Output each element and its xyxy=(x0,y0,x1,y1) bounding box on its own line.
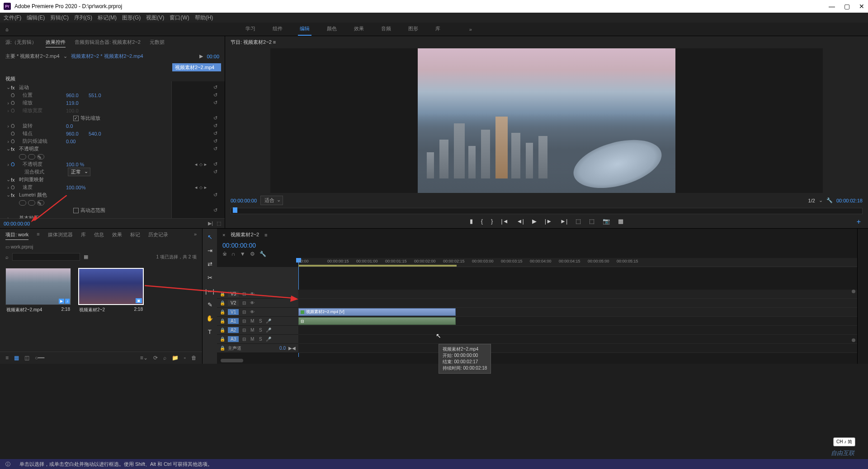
slip-tool-icon[interactable]: |↔| xyxy=(205,286,214,295)
sync-lock-icon[interactable]: ⊟ xyxy=(241,319,247,324)
workspace-learn[interactable]: 学习 xyxy=(244,23,257,36)
disclosure-icon[interactable]: ⌄ xyxy=(5,192,11,198)
reset-icon[interactable]: ↺ xyxy=(213,100,217,106)
audio-clip[interactable]: ⊟ xyxy=(298,317,456,325)
sync-lock-icon[interactable]: ⊟ xyxy=(241,300,247,305)
workspace-libraries[interactable]: 库 xyxy=(434,23,442,36)
linked-selection-icon[interactable]: ∩ xyxy=(231,251,236,257)
sequence-name[interactable]: 视频素材2~2 xyxy=(231,231,259,238)
hdr-checkbox[interactable] xyxy=(73,208,79,213)
time-remap-group[interactable]: ⌄ fx 时间重映射 xyxy=(4,176,221,183)
settings-icon[interactable]: ⚙ xyxy=(250,251,255,257)
fx-badge[interactable]: fx xyxy=(11,177,19,183)
mute-icon[interactable]: M xyxy=(250,337,255,342)
export-frame-icon[interactable]: 📷 xyxy=(603,218,610,225)
sort-icon[interactable]: ≡⌄ xyxy=(140,355,148,361)
stopwatch-icon[interactable]: Ö xyxy=(11,131,17,136)
menu-graphics[interactable]: 图形(G) xyxy=(122,14,141,22)
anchor-x[interactable]: 960.0 xyxy=(66,131,89,136)
solo-icon[interactable]: S xyxy=(258,337,263,342)
play-icon[interactable]: ▶ xyxy=(532,218,537,225)
scale-value[interactable]: 119.0 xyxy=(66,100,89,106)
new-bin-icon[interactable]: 📁 xyxy=(172,355,179,361)
workspace-effects[interactable]: 效果 xyxy=(352,23,366,36)
tab-media-browser[interactable]: 媒体浏览器 xyxy=(48,231,73,240)
close-seq-icon[interactable]: × xyxy=(222,232,225,238)
panel-menu-icon[interactable]: ≡ xyxy=(264,232,267,238)
reset-icon[interactable]: ↺ xyxy=(213,115,217,121)
icon-view-icon[interactable]: ▦ xyxy=(14,355,19,361)
menu-clip[interactable]: 剪辑(C) xyxy=(50,14,69,22)
opacity-value[interactable]: 100.0 % xyxy=(66,162,89,167)
track-lane-v2[interactable] xyxy=(298,299,857,308)
lock-icon[interactable]: 🔒 xyxy=(220,300,225,305)
sync-lock-icon[interactable]: ⊟ xyxy=(241,337,247,342)
lock-icon[interactable]: 🔒 xyxy=(220,319,225,324)
bin-item[interactable]: ▣ 视频素材2~2 2:18 xyxy=(78,268,144,315)
keyframe-icon[interactable]: ▶◀ xyxy=(288,346,296,351)
stopwatch-icon[interactable]: Ö xyxy=(11,185,17,190)
video-clip[interactable]: 视频素材2~2.mp4 [V] xyxy=(298,308,456,316)
track-header-v3[interactable]: 🔒 V3 ⊟ 👁 xyxy=(217,290,298,299)
track-lane-a2[interactable] xyxy=(298,326,857,335)
work-area-bar[interactable] xyxy=(298,265,457,267)
home-icon[interactable]: ⌂ xyxy=(5,27,9,32)
basic-correction-row[interactable]: › 基本校正 xyxy=(4,214,221,218)
track-header-a2[interactable]: 🔒 A2 ⊟ M S 🎤 xyxy=(217,326,298,335)
track-lane-a1[interactable]: ⊟ xyxy=(298,317,857,326)
go-to-in-icon[interactable]: |◄ xyxy=(501,218,508,225)
voice-over-icon[interactable]: 🎤 xyxy=(266,319,271,324)
track-name[interactable]: V2 xyxy=(228,300,239,306)
hand-tool-icon[interactable]: ✋ xyxy=(205,314,214,323)
extract-icon[interactable]: ⬚ xyxy=(589,218,594,225)
track-lane-v1[interactable]: 视频素材2~2.mp4 [V] xyxy=(298,308,857,317)
fx-badge[interactable]: fx xyxy=(11,146,19,152)
blend-dropdown[interactable]: 正常 xyxy=(68,168,90,176)
wrench-icon[interactable]: 🔧 xyxy=(259,251,266,257)
fx-badge[interactable]: fx xyxy=(11,85,19,90)
sync-lock-icon[interactable]: ⊟ xyxy=(241,310,247,314)
solo-icon[interactable]: S xyxy=(258,319,263,324)
fit-dropdown[interactable]: 适合 xyxy=(260,196,283,205)
go-to-out-icon[interactable]: ►| xyxy=(560,218,567,225)
disclosure-icon[interactable]: ⌄ xyxy=(5,84,11,90)
marker-icon[interactable]: ▼ xyxy=(240,251,245,257)
trash-icon[interactable]: 🗑 xyxy=(191,355,197,361)
menu-file[interactable]: 文件(F) xyxy=(4,14,21,22)
ellipse-mask-icon[interactable] xyxy=(19,154,26,159)
toggle-output-icon[interactable]: 👁 xyxy=(250,300,255,305)
ime-indicator[interactable]: CH ♪ 简 xyxy=(833,437,855,446)
program-scrubber[interactable] xyxy=(231,208,863,214)
menu-sequence[interactable]: 序列(S) xyxy=(74,14,92,22)
tab-effect-controls[interactable]: 效果控件 xyxy=(46,39,66,47)
type-tool-icon[interactable]: T xyxy=(205,327,214,336)
reset-icon[interactable]: ↺ xyxy=(213,123,217,129)
tab-metadata[interactable]: 元数据 xyxy=(150,39,165,47)
source-timecode[interactable]: 00:00:00:00 xyxy=(4,221,30,226)
freeform-view-icon[interactable]: ◫ xyxy=(24,355,29,361)
solo-icon[interactable]: S xyxy=(258,328,263,333)
reset-icon[interactable]: ↺ xyxy=(213,138,217,144)
keyframe-nav[interactable]: ◄ ◇ ► xyxy=(194,162,208,167)
workspace-assembly[interactable]: 组件 xyxy=(271,23,284,36)
track-resize-dot[interactable] xyxy=(852,338,855,342)
bin-thumbnail[interactable]: ▣ xyxy=(78,268,144,305)
reset-icon[interactable]: ↺ xyxy=(213,131,217,136)
clip-link[interactable]: 视频素材2~2 * 视频素材2~2.mp4 xyxy=(71,53,143,60)
keyframe-nav[interactable]: ◄ ◇ ► xyxy=(194,185,208,190)
workspace-graphics[interactable]: 图形 xyxy=(406,23,420,36)
pen-mask-icon[interactable]: ✎ xyxy=(37,154,44,159)
track-name[interactable]: V1 xyxy=(228,309,239,315)
reset-icon[interactable]: ↺ xyxy=(213,146,217,152)
lift-icon[interactable]: ⬚ xyxy=(576,218,581,225)
pen-mask-icon[interactable]: ✎ xyxy=(37,200,44,206)
snap-icon[interactable]: ※ xyxy=(222,251,227,257)
stopwatch-icon[interactable]: Ö xyxy=(11,162,17,167)
motion-group[interactable]: ⌄ fx 运动 ↺ xyxy=(4,84,221,91)
mute-icon[interactable]: M xyxy=(250,328,255,333)
timeline-scrollbar[interactable] xyxy=(217,357,857,364)
menu-view[interactable]: 视图(V) xyxy=(146,14,164,22)
list-view-icon[interactable]: ≡ xyxy=(5,355,9,361)
settings-icon[interactable]: 🔧 xyxy=(826,197,833,203)
tab-source[interactable]: 源:（无剪辑） xyxy=(5,39,37,47)
